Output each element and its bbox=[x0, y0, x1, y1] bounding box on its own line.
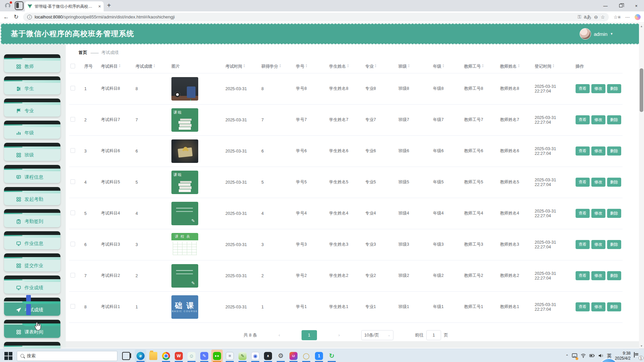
exam-image[interactable] bbox=[171, 264, 198, 288]
exam-image[interactable] bbox=[171, 139, 198, 163]
sidebar-item-考试成绩[interactable]: 考试成绩 bbox=[4, 298, 60, 316]
browser-profile-button[interactable] bbox=[3, 1, 13, 11]
sort-icon[interactable]: ▲▼ bbox=[552, 64, 554, 68]
scroll-up-arrow[interactable]: ▲ bbox=[639, 23, 644, 29]
delete-button[interactable]: 删除 bbox=[607, 146, 621, 156]
browser-menu-icon[interactable]: ⋯ bbox=[625, 14, 630, 20]
exam-image[interactable]: 础 课BASIC COURSE bbox=[171, 295, 198, 319]
pen-app-icon[interactable]: ✎ bbox=[199, 350, 210, 362]
page-size-select[interactable]: 10条/页 ⌄ bbox=[361, 330, 393, 340]
intellij-idea-icon[interactable]: IJ bbox=[288, 350, 299, 362]
exam-image[interactable] bbox=[171, 77, 198, 101]
edit-button[interactable]: 修改 bbox=[591, 146, 605, 156]
gold-ring-icon[interactable]: ◯ bbox=[301, 350, 312, 362]
breadcrumb-home[interactable]: 首页 bbox=[78, 50, 87, 56]
delete-button[interactable]: 删除 bbox=[607, 115, 621, 124]
edge-icon[interactable]: e bbox=[135, 350, 146, 362]
column-header-credit[interactable]: 获得学分▲▼ bbox=[260, 60, 294, 73]
sidebar-item-教师[interactable]: 教师 bbox=[4, 54, 60, 72]
sidebar-item-提交作业[interactable]: 提交作业 bbox=[4, 253, 60, 272]
sidebar-item-作业成绩[interactable]: 作业成绩 bbox=[4, 276, 60, 294]
exam-image[interactable]: 课啦 bbox=[171, 108, 198, 132]
exam-image[interactable]: 课程表 bbox=[171, 233, 198, 256]
site-info-icon[interactable]: i bbox=[27, 15, 32, 19]
tab-close-icon[interactable]: × bbox=[98, 4, 101, 9]
sidebar-item-学生[interactable]: 学生 bbox=[4, 76, 60, 95]
notepad-icon[interactable]: ≡ bbox=[224, 350, 235, 362]
view-button[interactable]: 查看 bbox=[576, 271, 590, 280]
sort-icon[interactable]: ▲▼ bbox=[243, 64, 245, 68]
favorite-star-icon[interactable]: ☆ bbox=[601, 14, 605, 20]
zoom-out-icon[interactable]: ⊖ bbox=[594, 14, 598, 20]
delete-button[interactable]: 删除 bbox=[607, 209, 621, 218]
copilot-icon[interactable] bbox=[635, 14, 641, 20]
column-header-exam_date[interactable]: 考试时间▲▼ bbox=[224, 60, 260, 73]
file-explorer-icon[interactable] bbox=[148, 350, 159, 362]
column-header-score[interactable]: 考试成绩▲▼ bbox=[134, 60, 170, 73]
page-scrollbar[interactable]: ▲ ▼ bbox=[639, 23, 644, 349]
wechat-icon[interactable]: ●● bbox=[211, 350, 223, 362]
battery-icon[interactable] bbox=[589, 353, 595, 359]
column-header-student_name[interactable]: 学生姓名▲▼ bbox=[328, 60, 364, 73]
tray-chevron-up-icon[interactable]: ⌃ bbox=[566, 354, 569, 358]
view-button[interactable]: 查看 bbox=[576, 240, 590, 249]
sidebar-item-作业信息[interactable]: 作业信息 bbox=[4, 231, 60, 249]
cast-icon[interactable] bbox=[572, 353, 577, 359]
edit-button[interactable]: 修改 bbox=[591, 271, 605, 280]
column-header-student_no[interactable]: 学号▲▼ bbox=[294, 60, 328, 73]
edit-button[interactable]: 修改 bbox=[591, 115, 605, 124]
sort-icon[interactable]: ▲▼ bbox=[408, 64, 410, 68]
column-header-major[interactable]: 专业▲▼ bbox=[364, 60, 397, 73]
sort-icon[interactable]: ▲▼ bbox=[518, 64, 520, 68]
delete-button[interactable]: 删除 bbox=[607, 271, 621, 280]
address-bar[interactable]: i localhost:8080/springbootpe855rmi/admi… bbox=[23, 13, 609, 21]
sort-icon[interactable]: ▲▼ bbox=[442, 64, 444, 68]
start-button[interactable] bbox=[4, 352, 13, 360]
view-button[interactable]: 查看 bbox=[576, 178, 590, 187]
browser-tab[interactable]: 管理端-基于微信小程序的高校班务管理系统 × bbox=[25, 1, 104, 11]
column-header-teacher_name[interactable]: 教师姓名▲▼ bbox=[499, 60, 533, 73]
sort-icon[interactable]: ▲▼ bbox=[375, 64, 377, 68]
row-checkbox[interactable] bbox=[70, 86, 75, 90]
delete-button[interactable]: 删除 bbox=[607, 302, 621, 311]
edit-button[interactable]: 修改 bbox=[591, 302, 605, 311]
favorites-bar-icon[interactable]: ☆≡ bbox=[613, 14, 621, 20]
exam-image[interactable]: 课啦 bbox=[171, 171, 198, 194]
row-checkbox[interactable] bbox=[70, 242, 75, 246]
next-page-button[interactable]: › bbox=[338, 333, 340, 338]
edit-button[interactable]: 修改 bbox=[591, 240, 605, 249]
editor-icon[interactable]: ✎ bbox=[237, 350, 248, 362]
sort-icon[interactable]: ▲▼ bbox=[279, 64, 281, 68]
settings-gear-icon[interactable]: ⚙ bbox=[275, 350, 286, 362]
delete-button[interactable]: 删除 bbox=[607, 84, 621, 93]
refresh-button[interactable]: ↻ bbox=[14, 13, 18, 20]
sidebar-item-课程信息[interactable]: 课程信息 bbox=[4, 165, 60, 183]
column-header-teacher_no[interactable]: 教师工号▲▼ bbox=[463, 60, 499, 73]
row-checkbox[interactable] bbox=[70, 273, 75, 278]
wifi-icon[interactable] bbox=[581, 353, 586, 359]
column-header-clazz[interactable]: 班级▲▼ bbox=[397, 60, 432, 73]
edit-button[interactable]: 修改 bbox=[591, 209, 605, 218]
back-button[interactable]: ← bbox=[3, 14, 9, 20]
sidebar-item-发起考勤[interactable]: 发起考勤 bbox=[4, 187, 60, 205]
taskbar-search-input[interactable]: 搜索 bbox=[17, 351, 117, 361]
row-checkbox[interactable] bbox=[70, 304, 75, 309]
delete-button[interactable]: 删除 bbox=[607, 240, 621, 249]
sort-icon[interactable]: ▲▼ bbox=[305, 64, 307, 68]
notification-center-icon[interactable]: 1 bbox=[634, 352, 643, 360]
prev-page-button[interactable]: ‹ bbox=[278, 333, 280, 338]
wps-icon[interactable]: W bbox=[173, 350, 184, 362]
exam-image[interactable] bbox=[171, 202, 198, 225]
row-checkbox[interactable] bbox=[70, 117, 75, 122]
view-button[interactable]: 查看 bbox=[576, 302, 590, 311]
new-tab-button[interactable]: + bbox=[107, 2, 111, 9]
row-checkbox[interactable] bbox=[70, 179, 75, 184]
page-number-button[interactable]: 1 bbox=[302, 330, 317, 340]
password-key-icon[interactable]: ⚿ bbox=[578, 14, 581, 20]
taskbar-clock[interactable]: 9:38 2025/4/2 bbox=[615, 351, 631, 361]
speaker-icon[interactable] bbox=[598, 353, 603, 359]
view-button[interactable]: 查看 bbox=[576, 209, 590, 218]
column-header-subject[interactable]: 考试科目▲▼ bbox=[100, 60, 134, 73]
row-checkbox[interactable] bbox=[70, 148, 75, 153]
edit-button[interactable]: 修改 bbox=[591, 84, 605, 93]
